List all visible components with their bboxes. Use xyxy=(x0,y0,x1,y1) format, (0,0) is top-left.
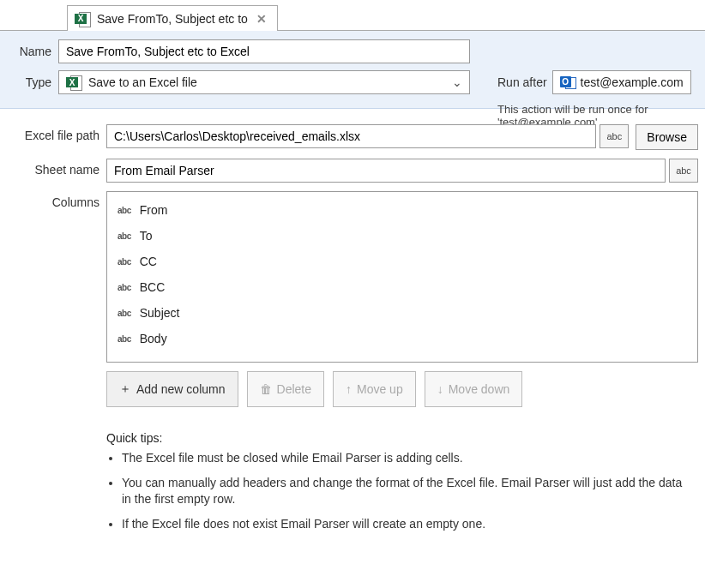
columns-listbox: abcFromabcToabcCCabcBCCabcSubjectabcBody xyxy=(106,191,698,363)
columns-label: Columns xyxy=(7,191,99,209)
quick-tips: Quick tips: The Excel file must be close… xyxy=(106,431,690,532)
sheet-input[interactable] xyxy=(106,159,666,183)
abc-icon: abc xyxy=(118,283,131,292)
delete-label: Delete xyxy=(277,382,311,396)
column-name: CC xyxy=(140,255,157,268)
tab-label: Save FromTo, Subject etc to xyxy=(97,12,248,26)
name-label: Name xyxy=(9,45,51,58)
arrow-down-icon: ↓ xyxy=(437,382,443,396)
move-down-button[interactable]: ↓ Move down xyxy=(425,371,523,407)
column-name: Subject xyxy=(140,306,180,320)
move-up-button[interactable]: ↑ Move up xyxy=(333,371,416,407)
filepath-label: Excel file path xyxy=(7,124,99,142)
list-item[interactable]: abcTo xyxy=(107,223,697,249)
tip-item: You can manually add headers and change … xyxy=(122,475,690,507)
abc-icon: abc xyxy=(118,309,131,318)
tips-title: Quick tips: xyxy=(106,431,690,445)
browse-button[interactable]: Browse xyxy=(636,124,698,150)
sheet-label: Sheet name xyxy=(7,159,99,177)
tab-bar: Save FromTo, Subject etc to ✕ xyxy=(0,0,705,31)
list-item[interactable]: abcBCC xyxy=(107,274,697,300)
tip-item: If the Excel file does not exist Email P… xyxy=(122,516,690,532)
column-name: BCC xyxy=(140,280,166,294)
delete-column-button[interactable]: 🗑 Delete xyxy=(247,371,324,407)
filepath-input[interactable] xyxy=(106,124,596,148)
list-item[interactable]: abcBody xyxy=(107,326,697,351)
list-item[interactable]: abcCC xyxy=(107,249,697,274)
move-down-label: Move down xyxy=(449,382,510,396)
abc-icon: abc xyxy=(118,257,131,267)
abc-button-filepath[interactable]: abc xyxy=(600,124,629,148)
close-icon[interactable]: ✕ xyxy=(255,12,268,26)
run-after-select[interactable]: test@example.com xyxy=(552,70,691,94)
outlook-icon xyxy=(560,75,575,90)
column-name: Body xyxy=(140,332,167,345)
run-after-label: Run after xyxy=(497,75,547,89)
tips-list: The Excel file must be closed while Emai… xyxy=(106,450,690,532)
excel-icon xyxy=(66,75,81,90)
name-input[interactable] xyxy=(58,39,470,63)
add-column-label: Add new column xyxy=(136,382,226,396)
abc-icon: abc xyxy=(118,334,131,344)
plus-icon: ＋ xyxy=(119,381,131,397)
column-name: To xyxy=(140,229,153,243)
column-name: From xyxy=(140,203,168,217)
excel-icon xyxy=(75,11,90,27)
type-label: Type xyxy=(9,75,51,89)
run-after-value: test@example.com xyxy=(581,75,684,89)
body-area: Excel file path abc Browse Sheet name ab… xyxy=(0,109,705,561)
tab-save-action[interactable]: Save FromTo, Subject etc to ✕ xyxy=(67,5,278,31)
type-select[interactable]: Save to an Excel file ⌄ xyxy=(58,70,470,94)
type-value: Save to an Excel file xyxy=(88,75,197,89)
add-column-button[interactable]: ＋ Add new column xyxy=(106,371,238,407)
list-item[interactable]: abcSubject xyxy=(107,300,697,326)
abc-button-sheet[interactable]: abc xyxy=(669,159,698,183)
tip-item: The Excel file must be closed while Emai… xyxy=(122,450,690,466)
abc-icon: abc xyxy=(118,206,131,215)
move-up-label: Move up xyxy=(357,382,403,396)
chevron-down-icon: ⌄ xyxy=(452,75,462,89)
list-item[interactable]: abcFrom xyxy=(107,197,697,223)
abc-icon: abc xyxy=(118,231,131,241)
trash-icon: 🗑 xyxy=(260,382,272,396)
arrow-up-icon: ↑ xyxy=(346,382,352,396)
columns-button-row: ＋ Add new column 🗑 Delete ↑ Move up ↓ Mo… xyxy=(106,371,698,407)
